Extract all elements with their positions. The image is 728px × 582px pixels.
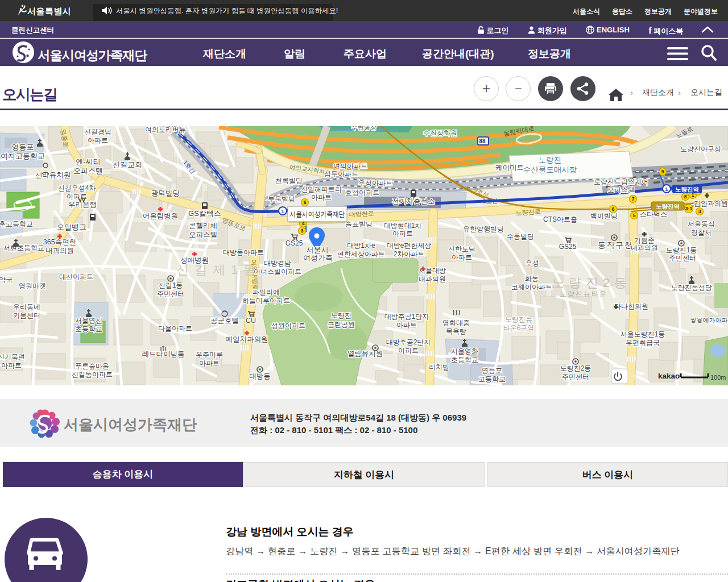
svg-text:6: 6 xyxy=(612,206,615,212)
svg-text:3-1: 3-1 xyxy=(685,206,693,211)
svg-text:5: 5 xyxy=(633,213,636,218)
svg-text:예일치과의원: 예일치과의원 xyxy=(226,335,268,343)
svg-text:GS25: GS25 xyxy=(559,243,577,251)
svg-text:타운6구역: 타운6구역 xyxy=(503,324,535,332)
svg-text:영원마켓: 영원마켓 xyxy=(19,282,46,290)
svg-text:코웨이아파트: 코웨이아파트 xyxy=(511,283,552,291)
svg-text:서울시: 서울시 xyxy=(307,246,329,254)
svg-text:아파트: 아파트 xyxy=(311,193,332,201)
svg-text:부운빌딩: 부운빌딩 xyxy=(268,195,295,203)
svg-text:서울영신: 서울영신 xyxy=(75,317,102,325)
svg-text:솔표빌딩: 솔표빌딩 xyxy=(345,220,373,228)
svg-text:화동: 화동 xyxy=(525,275,539,282)
svg-text:장훈고등학교: 장훈고등학교 xyxy=(0,220,33,228)
svg-text:3: 3 xyxy=(301,228,304,234)
svg-text:7: 7 xyxy=(632,196,635,202)
svg-text:신길교회: 신길교회 xyxy=(113,160,142,169)
svg-text:파밀리에: 파밀리에 xyxy=(253,288,280,296)
svg-text:공군호텔: 공군호텔 xyxy=(210,317,239,325)
svg-text:아파트: 아파트 xyxy=(199,359,220,367)
svg-text:대방주공1단지: 대방주공1단지 xyxy=(384,313,429,321)
svg-text:기쁨준: 기쁨준 xyxy=(634,236,655,244)
svg-text:노량진: 노량진 xyxy=(331,311,351,319)
svg-text:우주마루: 우주마루 xyxy=(196,351,223,359)
svg-text:6: 6 xyxy=(304,199,307,205)
svg-text:아파트: 아파트 xyxy=(1,361,22,369)
svg-text:하늘마루아파트: 하늘마루아파트 xyxy=(242,297,290,305)
svg-text:우리동네: 우리동네 xyxy=(13,303,40,311)
svg-text:성애병원: 성애병원 xyxy=(180,256,209,264)
svg-text:레드다이닝룸: 레드다이닝룸 xyxy=(142,350,185,358)
svg-text:김안과의원: 김안과의원 xyxy=(694,199,728,207)
svg-text:수질정화원: 수질정화원 xyxy=(423,129,457,137)
svg-text:우편취급국: 우편취급국 xyxy=(626,339,660,347)
svg-text:신길경남: 신길경남 xyxy=(84,128,111,136)
svg-text:아파트: 아파트 xyxy=(398,347,419,355)
svg-text:내과의원: 내과의원 xyxy=(631,244,658,252)
svg-text:아파트: 아파트 xyxy=(67,193,87,201)
svg-text:다울아파트: 다울아파트 xyxy=(158,325,192,332)
svg-text:삼두아파트: 삼두아파트 xyxy=(324,170,358,178)
svg-text:대방동: 대방동 xyxy=(249,372,271,380)
svg-text:케이미트: 케이미트 xyxy=(495,164,524,172)
svg-text:오피스텔: 오피스텔 xyxy=(189,231,217,239)
svg-text:대신아파트: 대신아파트 xyxy=(59,273,93,281)
svg-text:1: 1 xyxy=(281,209,284,214)
svg-text:고등학교: 고등학교 xyxy=(478,375,506,383)
svg-text:경찰서: 경찰서 xyxy=(691,228,712,236)
svg-text:쌍용예가아파트: 쌍용예가아파트 xyxy=(690,317,728,323)
svg-text:광덕빌딩: 광덕빌딩 xyxy=(151,189,180,197)
svg-text:서울노량진1동: 서울노량진1동 xyxy=(621,330,665,338)
svg-text:1: 1 xyxy=(665,186,668,192)
svg-text:콘헬리체: 콘헬리체 xyxy=(189,222,217,230)
svg-text:여자고등학교: 여자고등학교 xyxy=(1,152,45,160)
svg-text:수동빌딩: 수동빌딩 xyxy=(507,232,534,240)
svg-text:노량진뉴타운: 노량진뉴타운 xyxy=(560,290,607,298)
svg-text:목욕탕: 목욕탕 xyxy=(446,327,466,335)
svg-text:kakao: kakao xyxy=(658,372,680,380)
svg-text:2차아파트: 2차아파트 xyxy=(394,250,425,258)
svg-text:주민센터: 주민센터 xyxy=(562,373,589,381)
svg-text:서현초등학교: 서현초등학교 xyxy=(3,244,44,252)
svg-text:서울동작: 서울동작 xyxy=(688,220,715,228)
svg-text:노량진: 노량진 xyxy=(539,156,562,164)
svg-text:영화대중: 영화대중 xyxy=(442,319,470,327)
svg-text:푸른숲마을: 푸른숲마을 xyxy=(75,362,109,370)
svg-text:아파트: 아파트 xyxy=(396,321,417,329)
svg-text:오피스텔: 오피스텔 xyxy=(73,167,103,175)
svg-text:편한세상아파트: 편한세상아파트 xyxy=(337,250,385,258)
svg-text:영등포: 영등포 xyxy=(482,367,502,375)
svg-text:신길우성4차: 신길우성4차 xyxy=(58,184,96,192)
svg-text:백이빌딩: 백이빌딩 xyxy=(590,212,618,220)
svg-text:수산물도매시장: 수산물도매시장 xyxy=(523,165,577,174)
svg-text:어울림병원: 어울림병원 xyxy=(143,212,179,220)
svg-text:우리은행: 우리은행 xyxy=(68,201,97,209)
svg-text:오피스텔: 오피스텔 xyxy=(607,186,635,194)
svg-text:신기묵련: 신기묵련 xyxy=(0,353,25,361)
svg-text:주민센터: 주민센터 xyxy=(669,254,696,262)
svg-text:GS25: GS25 xyxy=(286,239,303,247)
svg-text:주민센터: 주민센터 xyxy=(157,290,184,298)
svg-text:우성: 우성 xyxy=(526,259,539,267)
svg-text:노량진2동: 노량진2동 xyxy=(552,276,631,290)
svg-text:유한양행빌딩: 유한양행빌딩 xyxy=(463,225,504,233)
svg-text:천록빌딩: 천록빌딩 xyxy=(275,177,303,185)
svg-text:신한토탈: 신한토탈 xyxy=(448,245,475,253)
svg-text:신라유치원: 신라유치원 xyxy=(35,171,71,179)
svg-text:노량진2동: 노량진2동 xyxy=(560,364,592,372)
svg-text:100m: 100m xyxy=(710,374,726,381)
svg-text:여의노리버튜: 여의노리버튜 xyxy=(145,126,186,134)
svg-text:신길동아파트: 신길동아파트 xyxy=(72,371,113,379)
svg-text:성원아파트: 성원아파트 xyxy=(271,322,305,330)
svg-text:신길제1동: 신길제1동 xyxy=(176,263,262,277)
svg-text:영등포: 영등포 xyxy=(12,143,34,151)
svg-text:리치빌: 리치빌 xyxy=(429,363,449,371)
svg-text:신길1동: 신길1동 xyxy=(159,281,183,289)
svg-text:대방주공2단지: 대방주공2단지 xyxy=(386,338,431,346)
svg-text:아파트: 아파트 xyxy=(452,253,472,261)
svg-text:초등학교: 초등학교 xyxy=(75,325,102,333)
svg-text:서울영화: 서울영화 xyxy=(451,347,478,355)
svg-text:아파트: 아파트 xyxy=(392,230,413,238)
svg-text:9: 9 xyxy=(661,169,664,174)
svg-text:다나한의원: 다나한의원 xyxy=(614,302,648,310)
